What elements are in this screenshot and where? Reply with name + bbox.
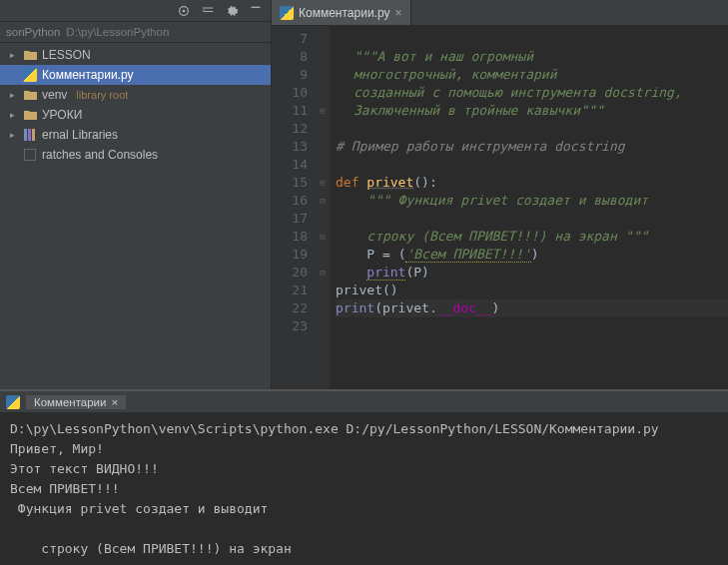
svg-rect-2 xyxy=(252,6,261,7)
collapse-icon[interactable] xyxy=(201,4,215,18)
close-icon[interactable]: × xyxy=(111,396,118,408)
chevron-icon[interactable]: ▸ xyxy=(10,50,18,60)
folder-icon xyxy=(23,88,37,102)
editor-tab-label: Комментарии.py xyxy=(299,6,390,20)
library-icon xyxy=(23,128,37,142)
folder-icon xyxy=(23,108,37,122)
breadcrumb-path: D:\py\LessonPython xyxy=(66,26,169,38)
python-run-icon xyxy=(6,395,20,409)
console-output[interactable]: D:\py\LessonPython\venv\Scripts\python.e… xyxy=(0,413,728,565)
svg-point-1 xyxy=(183,9,186,12)
close-icon[interactable]: × xyxy=(395,6,402,20)
folder-icon xyxy=(23,48,37,62)
run-tool-window: Комментарии × D:\py\LessonPython\venv\Sc… xyxy=(0,389,728,565)
editor-tabs: Комментарии.py × xyxy=(272,0,728,26)
editor-tab[interactable]: Комментарии.py × xyxy=(272,0,411,25)
tree-item[interactable]: ratches and Consoles xyxy=(0,145,271,165)
chevron-icon[interactable]: ▸ xyxy=(10,90,18,100)
target-icon[interactable] xyxy=(177,4,191,18)
tree-item-label: ratches and Consoles xyxy=(42,148,158,162)
svg-rect-4 xyxy=(28,129,31,141)
tree-item-label: LESSON xyxy=(42,48,91,62)
editor-pane: Комментарии.py × 78910111213141516171819… xyxy=(272,0,728,389)
chevron-icon[interactable]: ▸ xyxy=(10,130,18,140)
breadcrumb: sonPython D:\py\LessonPython xyxy=(0,22,271,43)
tree-item-label: venv xyxy=(42,88,67,102)
code-content[interactable]: """А вот и наш огромныймногострочный, ко… xyxy=(330,26,728,389)
tree-item-label: УРОКИ xyxy=(42,108,82,122)
tree-item[interactable]: ▸LESSON xyxy=(0,45,271,65)
tree-item-hint: library root xyxy=(76,89,128,101)
run-tab-label: Комментарии xyxy=(34,396,106,408)
scratch-icon xyxy=(23,148,37,162)
svg-rect-5 xyxy=(32,129,35,141)
main-top-region: sonPython D:\py\LessonPython ▸LESSONКомм… xyxy=(0,0,728,389)
tree-item[interactable]: ▸УРОКИ xyxy=(0,105,271,125)
tree-item[interactable]: ▸ernal Libraries xyxy=(0,125,271,145)
project-tool-window: sonPython D:\py\LessonPython ▸LESSONКомм… xyxy=(0,0,272,389)
tree-item[interactable]: Комментарии.py xyxy=(0,65,271,85)
chevron-icon[interactable]: ▸ xyxy=(10,110,18,120)
project-toolbar xyxy=(0,0,271,22)
code-editor[interactable]: 7891011121314151617181920212223 ⊟⊟⊟⊟⊟ ""… xyxy=(272,26,728,389)
fold-gutter[interactable]: ⊟⊟⊟⊟⊟ xyxy=(316,26,330,389)
tree-item-label: ernal Libraries xyxy=(42,128,118,142)
breadcrumb-project: sonPython xyxy=(6,26,60,38)
line-gutter: 7891011121314151617181920212223 xyxy=(272,26,316,389)
svg-rect-6 xyxy=(24,149,36,161)
tree-item-label: Комментарии.py xyxy=(42,68,134,82)
svg-rect-3 xyxy=(24,129,27,141)
gear-icon[interactable] xyxy=(225,4,239,18)
python-file-icon xyxy=(280,6,294,20)
run-tab[interactable]: Комментарии × xyxy=(26,395,126,409)
run-tabs: Комментарии × xyxy=(0,391,728,413)
python-file-icon xyxy=(23,68,37,82)
tree-item[interactable]: ▸venvlibrary root xyxy=(0,85,271,105)
project-tree[interactable]: ▸LESSONКомментарии.py▸venvlibrary root▸У… xyxy=(0,43,271,389)
hide-icon[interactable] xyxy=(249,4,263,18)
